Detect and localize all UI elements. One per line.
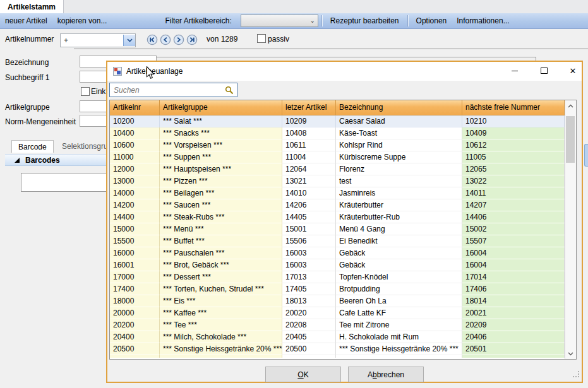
nav-last-button[interactable] bbox=[186, 34, 198, 45]
table-cell[interactable]: 10611 bbox=[282, 139, 336, 151]
tab-artikelstamm[interactable]: Artikelstamm bbox=[0, 0, 64, 13]
table-cell[interactable]: 16004 bbox=[462, 259, 565, 271]
table-cell[interactable]: *** Menü *** bbox=[160, 223, 282, 235]
table-cell[interactable]: 15002 bbox=[462, 223, 565, 235]
search-input[interactable] bbox=[109, 83, 237, 97]
table-cell[interactable]: Leitungswasser 1 bbox=[336, 355, 462, 358]
table-cell[interactable]: 17000 bbox=[110, 271, 160, 283]
tab-barcode[interactable]: Barcode bbox=[11, 140, 54, 153]
table-cell[interactable]: *** Beilagen *** bbox=[160, 187, 282, 199]
table-row[interactable]: 14000*** Beilagen ***14010Jasminreis1401… bbox=[110, 187, 576, 199]
table-cell[interactable]: 14406 bbox=[462, 211, 565, 223]
table-cell[interactable]: 18014 bbox=[462, 295, 565, 307]
information-button[interactable]: Informationen... bbox=[452, 16, 514, 25]
table-cell[interactable]: *** Milch, Schokolade *** bbox=[160, 331, 282, 343]
table-cell[interactable]: 16004 bbox=[462, 247, 565, 259]
table-row[interactable]: 10400*** Snacks ***10408Käse-Toast10409 bbox=[110, 127, 576, 139]
resize-grip[interactable] bbox=[573, 371, 580, 380]
table-cell[interactable]: Topfen-Knödel bbox=[336, 271, 462, 283]
table-cell[interactable]: 17406 bbox=[462, 283, 565, 295]
table-cell[interactable]: 14206 bbox=[282, 199, 336, 211]
table-cell[interactable]: 12065 bbox=[462, 163, 565, 175]
table-cell[interactable]: Florenz bbox=[336, 163, 462, 175]
ok-button[interactable]: OK bbox=[265, 367, 341, 382]
table-row[interactable]: 15500*** Buffet ***15506Ei Benedikt15507 bbox=[110, 235, 576, 247]
table-cell[interactable]: *** Sonstige Heissgetränke 20% *** bbox=[160, 343, 282, 355]
table-cell[interactable]: 20200 bbox=[110, 319, 160, 331]
table-cell[interactable]: Kürbiscreme Suppe bbox=[336, 151, 462, 163]
edit-recipe-button[interactable]: Rezeptur bearbeiten bbox=[325, 16, 404, 25]
column-header[interactable]: Artikelnr bbox=[110, 100, 160, 115]
cancel-button[interactable]: Abbrechen bbox=[348, 367, 424, 382]
table-cell[interactable]: *** Pizzen *** bbox=[160, 175, 282, 187]
table-cell[interactable]: 14000 bbox=[110, 187, 160, 199]
table-cell[interactable]: 16003 bbox=[282, 259, 336, 271]
table-cell[interactable]: 14400 bbox=[110, 211, 160, 223]
table-cell[interactable]: H. Schokolade mit Rum bbox=[336, 331, 462, 343]
table-cell[interactable]: *** Kaffee *** bbox=[160, 307, 282, 319]
table-cell[interactable]: 20500 bbox=[110, 343, 160, 355]
table-cell[interactable]: Brotpudding bbox=[336, 283, 462, 295]
column-header[interactable]: Artikelgruppe bbox=[160, 100, 282, 115]
table-cell[interactable]: 10600 bbox=[110, 139, 160, 151]
table-cell[interactable]: *** Sonstige Heissgetränke 20% *** bbox=[336, 343, 462, 355]
table-cell[interactable]: 20000 bbox=[110, 307, 160, 319]
table-cell[interactable]: 16000 bbox=[110, 247, 160, 259]
table-row[interactable]: 13000*** Pizzen ***13021test13022 bbox=[110, 175, 576, 187]
nav-previous-button[interactable] bbox=[160, 34, 171, 45]
minimize-button[interactable] bbox=[504, 62, 525, 79]
table-cell[interactable]: 11004 bbox=[282, 151, 336, 163]
table-cell[interactable]: 20500 bbox=[282, 343, 336, 355]
table-cell[interactable]: Caesar Salad bbox=[336, 115, 462, 127]
table-row[interactable]: 20500*** Sonstige Heissgetränke 20% ***2… bbox=[110, 343, 576, 355]
table-cell[interactable]: 20020 bbox=[282, 307, 336, 319]
table-cell[interactable]: *** Vorspeisen *** bbox=[160, 139, 282, 151]
table-cell[interactable]: Beeren Oh La bbox=[336, 295, 462, 307]
table-cell[interactable]: 14207 bbox=[462, 199, 565, 211]
dialog-titlebar[interactable]: Artikelneuanlage ✕ bbox=[107, 62, 582, 81]
scroll-down-arrow[interactable] bbox=[565, 348, 575, 359]
table-cell[interactable]: test bbox=[336, 175, 462, 187]
table-cell[interactable]: 10200 bbox=[110, 115, 160, 127]
table-row[interactable]: 17000*** Dessert ***17013Topfen-Knödel17… bbox=[110, 271, 576, 283]
table-cell[interactable]: 14011 bbox=[462, 187, 565, 199]
nav-next-button[interactable] bbox=[173, 34, 184, 45]
table-cell[interactable]: *** Torten, Kuchen, Strudel *** bbox=[160, 283, 282, 295]
column-header[interactable]: nächste freie Nummer bbox=[462, 100, 565, 115]
table-cell[interactable]: 10210 bbox=[462, 115, 565, 127]
table-row[interactable]: 14400*** Steak-Rubs ***14405Kräuterbutte… bbox=[110, 211, 576, 223]
table-cell[interactable]: 21000 bbox=[110, 355, 160, 358]
table-cell[interactable]: Menü 4 Gang bbox=[336, 223, 462, 235]
table-cell[interactable]: 12000 bbox=[110, 163, 160, 175]
table-cell[interactable]: 13022 bbox=[462, 175, 565, 187]
table-row[interactable]: 20400*** Milch, Schokolade ***20405H. Sc… bbox=[110, 331, 576, 343]
table-cell[interactable]: 17014 bbox=[462, 271, 565, 283]
table-row[interactable]: 16001*** Brot, Gebäck ***16003Gebäck1600… bbox=[110, 259, 576, 271]
table-cell[interactable]: 15506 bbox=[282, 235, 336, 247]
table-cell[interactable]: *** Hauptspeisen *** bbox=[160, 163, 282, 175]
eink-checkbox[interactable] bbox=[81, 87, 90, 96]
table-cell[interactable]: 11005 bbox=[462, 151, 565, 163]
table-cell[interactable]: 12064 bbox=[282, 163, 336, 175]
table-cell[interactable]: 18013 bbox=[282, 295, 336, 307]
table-cell[interactable]: 21011 bbox=[282, 355, 336, 358]
table-cell[interactable]: 17405 bbox=[282, 283, 336, 295]
chevron-down-icon[interactable] bbox=[123, 35, 135, 46]
table-cell[interactable]: *** Steak-Rubs *** bbox=[160, 211, 282, 223]
filter-combobox[interactable]: ⌄ bbox=[241, 15, 318, 27]
table-cell[interactable]: Kräuterbutter bbox=[336, 199, 462, 211]
table-row[interactable]: 11000*** Suppen ***11004Kürbiscreme Supp… bbox=[110, 151, 576, 163]
table-cell[interactable]: 10409 bbox=[462, 127, 565, 139]
table-cell[interactable]: *** Saucen *** bbox=[160, 199, 282, 211]
table-cell[interactable]: *** Tee *** bbox=[160, 319, 282, 331]
artikelnummer-combobox[interactable]: + bbox=[60, 33, 136, 47]
table-row[interactable]: 12000*** Hauptspeisen ***12064Florenz120… bbox=[110, 163, 576, 175]
table-cell[interactable]: Ei Benedikt bbox=[336, 235, 462, 247]
table-row[interactable]: 18000*** Eis ***18013Beeren Oh La18014 bbox=[110, 295, 576, 307]
table-cell[interactable]: 10209 bbox=[282, 115, 336, 127]
table-cell[interactable]: 10400 bbox=[110, 127, 160, 139]
table-cell[interactable]: *** Brot, Gebäck *** bbox=[160, 259, 282, 271]
table-cell[interactable]: 20208 bbox=[282, 319, 336, 331]
table-cell[interactable]: Cafe Latte KF bbox=[336, 307, 462, 319]
table-cell[interactable]: 14010 bbox=[282, 187, 336, 199]
